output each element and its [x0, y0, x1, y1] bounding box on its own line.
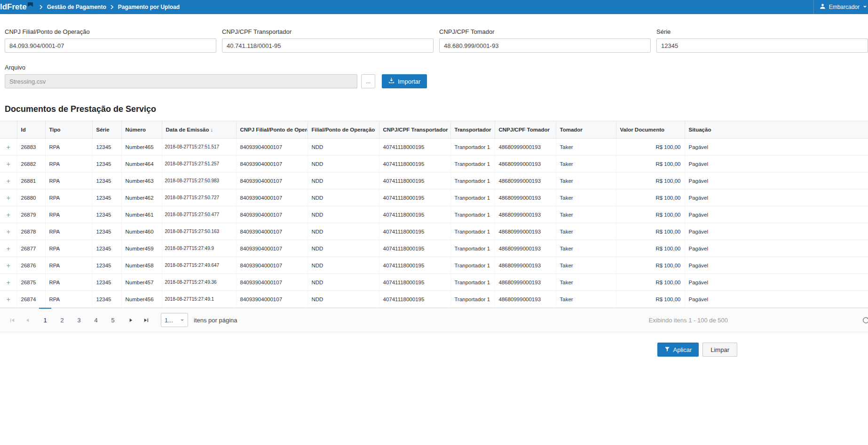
expand-row-button[interactable]: +: [0, 274, 17, 291]
cell-situacao: Pagável: [685, 223, 868, 240]
pager-previous-button[interactable]: [20, 312, 35, 328]
cell-tomador: Taker: [556, 274, 616, 291]
column-header-filial[interactable]: Filial/Ponto de Operação: [308, 121, 379, 139]
cell-tipo: RPA: [45, 172, 92, 189]
expand-row-button[interactable]: +: [0, 240, 17, 257]
column-header-tomador[interactable]: Tomador: [556, 121, 616, 139]
pager-page-5[interactable]: 5: [104, 308, 121, 332]
expand-row-button[interactable]: +: [0, 172, 17, 189]
cell-cnpj_transportador: 40741118000195: [379, 189, 450, 206]
filter-icon: [664, 346, 670, 353]
cell-filial: NDD: [308, 223, 379, 240]
pager-page-1[interactable]: 1: [37, 308, 54, 332]
breadcrumb-gestao-de-pagamento[interactable]: Gestão de Pagamento: [47, 4, 106, 10]
cell-situacao: Pagável: [685, 139, 868, 156]
app-logo-text: ldFrete: [0, 0, 27, 14]
expand-row-button[interactable]: +: [0, 156, 17, 172]
cell-valor: R$ 100,00: [616, 139, 685, 156]
app-logo[interactable]: ldFrete: [0, 0, 33, 14]
cell-transportador: Tranportador 1: [450, 240, 495, 257]
cell-numero: Number460: [121, 223, 162, 240]
column-header-situacao[interactable]: Situação: [685, 121, 868, 139]
cnpj-filial-input[interactable]: [5, 39, 216, 53]
cell-numero: Number458: [121, 257, 162, 274]
pager-last-button[interactable]: [138, 312, 153, 328]
chevron-down-icon: [863, 4, 867, 10]
cell-cnpj_tomador: 48680999000193: [495, 291, 556, 308]
cnpj-filial-label: CNPJ Filial/Ponto de Operação: [5, 28, 216, 35]
field-cnpj-tomador: CNPJ/CPF Tomador: [439, 28, 651, 53]
cnpj-transportador-input[interactable]: [222, 39, 434, 53]
table-row: +26875RPA12345Number4572018-08-27T15:27:…: [0, 274, 868, 291]
cell-valor: R$ 100,00: [616, 156, 685, 172]
chevron-right-icon: [110, 5, 114, 9]
cell-filial: NDD: [308, 172, 379, 189]
expand-row-button[interactable]: +: [0, 223, 17, 240]
pager-page-4[interactable]: 4: [87, 308, 104, 332]
column-header-cnpj_transportador[interactable]: CNPJ/CPF Transportador: [379, 121, 450, 139]
cnpj-transportador-label: CNPJ/CPF Transportador: [222, 28, 434, 35]
column-header-valor[interactable]: Valor Documento: [616, 121, 685, 139]
pager-first-button[interactable]: [5, 312, 20, 328]
pager-page-2[interactable]: 2: [54, 308, 71, 332]
column-header-tipo[interactable]: Tipo: [45, 121, 92, 139]
table-header-row: IdTipoSérieNúmeroData de Emissão↓CNPJ Fi…: [0, 121, 868, 139]
pager-next-button[interactable]: [123, 312, 138, 328]
cell-id: 26883: [17, 139, 45, 156]
pager-status: Exibindo itens 1 - 100 de 500: [649, 317, 728, 324]
refresh-icon[interactable]: [860, 314, 868, 326]
field-cnpj-transportador: CNPJ/CPF Transportador: [222, 28, 434, 53]
column-header-cnpj_tomador[interactable]: CNPJ/CPF Tomador: [495, 121, 556, 139]
browse-file-button[interactable]: ...: [361, 74, 375, 88]
expand-row-button[interactable]: +: [0, 139, 17, 156]
serie-input[interactable]: [656, 39, 868, 53]
cell-filial: NDD: [308, 156, 379, 172]
cell-cnpj_tomador: 48680999000193: [495, 274, 556, 291]
cell-valor: R$ 100,00: [616, 274, 685, 291]
page-size-value: 1...: [165, 317, 173, 324]
apply-button-label: Aplicar: [673, 346, 692, 353]
cnpj-tomador-input[interactable]: [439, 39, 651, 53]
cell-cnpj_tomador: 48680999000193: [495, 156, 556, 172]
pager-page-3[interactable]: 3: [71, 308, 87, 332]
column-header-cnpj_filial[interactable]: CNPJ Filial/Ponto de Operaç...: [236, 121, 308, 139]
chevron-down-icon: [180, 318, 184, 322]
cell-serie: 12345: [92, 189, 121, 206]
page-size-label: itens por página: [194, 317, 237, 324]
cell-data_emissao: 2018-08-27T15:27:49.36: [162, 274, 236, 291]
column-header-transportador[interactable]: Transportador: [450, 121, 495, 139]
field-cnpj-filial: CNPJ Filial/Ponto de Operação: [5, 28, 216, 53]
cell-cnpj_filial: 84093904000107: [236, 156, 308, 172]
arquivo-input[interactable]: [5, 74, 357, 88]
expand-row-button[interactable]: +: [0, 206, 17, 223]
user-menu[interactable]: Embarcador: [813, 0, 868, 14]
cell-cnpj_transportador: 40741118000195: [379, 139, 450, 156]
table-row: +26878RPA12345Number4602018-08-27T15:27:…: [0, 223, 868, 240]
expand-row-button[interactable]: +: [0, 189, 17, 206]
cell-tipo: RPA: [45, 189, 92, 206]
page-size-select[interactable]: 1...: [161, 313, 188, 327]
column-header-serie[interactable]: Série: [92, 121, 121, 139]
apply-button[interactable]: Aplicar: [657, 343, 699, 357]
cell-serie: 12345: [92, 223, 121, 240]
cell-situacao: Pagável: [685, 257, 868, 274]
serie-label: Série: [656, 28, 868, 35]
cell-filial: NDD: [308, 257, 379, 274]
column-header-numero[interactable]: Número: [121, 121, 162, 139]
cell-cnpj_transportador: 40741118000195: [379, 274, 450, 291]
cell-transportador: Tranportador 1: [450, 223, 495, 240]
file-upload-section: Arquivo ... Importar: [0, 64, 868, 88]
cell-valor: R$ 100,00: [616, 240, 685, 257]
column-header-data_emissao[interactable]: Data de Emissão↓: [162, 121, 236, 139]
cell-transportador: Tranportador 1: [450, 257, 495, 274]
cell-serie: 12345: [92, 291, 121, 308]
column-header-id[interactable]: Id: [17, 121, 45, 139]
clear-button[interactable]: Limpar: [702, 343, 737, 357]
expand-row-button[interactable]: +: [0, 257, 17, 274]
cell-tomador: Taker: [556, 206, 616, 223]
breadcrumb-pagamento-por-upload[interactable]: Pagamento por Upload: [118, 4, 180, 10]
filters-section: CNPJ Filial/Ponto de Operação CNPJ/CPF T…: [0, 28, 868, 53]
cell-valor: R$ 100,00: [616, 206, 685, 223]
expand-row-button[interactable]: +: [0, 291, 17, 308]
import-button[interactable]: Importar: [382, 74, 427, 88]
